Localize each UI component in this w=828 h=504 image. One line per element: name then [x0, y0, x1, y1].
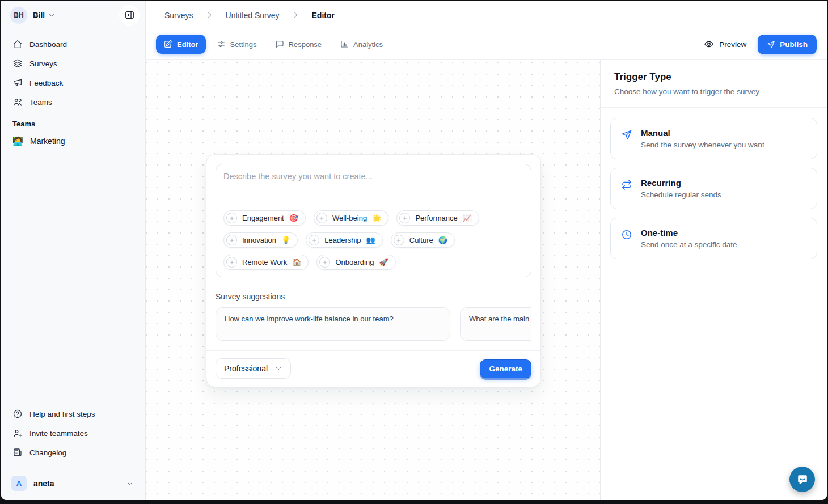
- chat-launcher-button[interactable]: [789, 467, 815, 492]
- suggestions-row: How can we improve work-life balance in …: [216, 307, 531, 341]
- help-icon: [12, 409, 23, 419]
- app-window: BH Bill Dashboard Surveys Feedback: [1, 1, 827, 500]
- chat-bubble-icon: [275, 40, 284, 49]
- tab[interactable]: Settings: [209, 35, 264, 54]
- sidebar-footer-item[interactable]: Invite teammates: [8, 423, 138, 443]
- sidebar-footer-label: Invite teammates: [29, 429, 88, 438]
- tone-select[interactable]: Professional: [216, 358, 291, 379]
- breadcrumb-untitled-survey[interactable]: Untitled Survey: [226, 11, 280, 20]
- user-avatar[interactable]: BH: [10, 7, 27, 24]
- sidebar-item-label: Dashboard: [29, 40, 67, 49]
- topic-chips: Engagement 🎯 Well-being 🌟 Performance: [223, 210, 523, 270]
- tab-label: Analytics: [353, 40, 383, 49]
- topic-chip[interactable]: Innovation 💡: [223, 232, 298, 248]
- trigger-panel: Trigger Type Choose how you want to trig…: [600, 60, 827, 500]
- teams-section-title: Teams: [1, 112, 145, 132]
- trigger-option-card[interactable]: One-time Send once at a specific date: [610, 218, 817, 259]
- chip-label: Remote Work: [242, 258, 287, 266]
- trigger-panel-title: Trigger Type: [614, 71, 813, 83]
- chip-label: Well-being: [332, 214, 367, 222]
- team-emoji: 🧑‍💻: [12, 136, 23, 146]
- workspace-name: aneta: [33, 479, 54, 488]
- sidebar-footer-nav: Help and first steps Invite teammates Ch…: [8, 404, 138, 462]
- edit-icon: [163, 40, 172, 49]
- panel-collapse-icon: [124, 10, 135, 20]
- chip-emoji: 🌟: [372, 214, 381, 222]
- tab[interactable]: Response: [268, 35, 329, 54]
- sidebar-footer-item[interactable]: Help and first steps: [8, 404, 138, 423]
- survey-description-input[interactable]: [223, 172, 523, 210]
- suggestion-text: How can we improve work-life balance in …: [225, 315, 394, 323]
- tab-label: Editor: [177, 40, 198, 49]
- composer-footer: Professional Generate: [206, 350, 540, 387]
- home-icon: [12, 39, 23, 49]
- trigger-option-card[interactable]: Recurring Schedule regular sends: [610, 168, 817, 209]
- chevron-down-icon[interactable]: [48, 11, 56, 19]
- workspace: Engagement 🎯 Well-being 🌟 Performance: [146, 60, 827, 500]
- user-name[interactable]: Bill: [33, 11, 45, 19]
- sidebar-item-label: Surveys: [29, 60, 57, 68]
- trigger-option-title: Recurring: [641, 178, 721, 188]
- megaphone-icon: [12, 78, 23, 88]
- topic-chip[interactable]: Leadership 👥: [306, 232, 383, 248]
- chip-label: Culture: [409, 236, 433, 244]
- sidebar-footer-item[interactable]: Changelog: [8, 443, 138, 462]
- breadcrumb-surveys[interactable]: Surveys: [164, 11, 193, 20]
- plus-icon: [399, 213, 410, 223]
- workspace-avatar: A: [11, 476, 27, 491]
- plus-icon: [226, 235, 237, 245]
- toolbar: Editor Settings Response Analytics Previ…: [146, 29, 827, 60]
- teams-list: 🧑‍💻 Marketing: [1, 132, 145, 151]
- chat-bubble-smile-icon: [796, 473, 809, 486]
- team-item[interactable]: 🧑‍💻 Marketing: [1, 132, 145, 151]
- sliders-icon: [217, 40, 226, 49]
- sidebar-nav: Dashboard Surveys Feedback Teams: [1, 29, 145, 112]
- plus-icon: [309, 235, 319, 245]
- chip-label: Engagement: [242, 214, 284, 222]
- topic-chip[interactable]: Onboarding 🚀: [316, 255, 395, 270]
- sidebar-header: BH Bill: [1, 1, 145, 29]
- repeat-icon: [621, 179, 632, 190]
- trigger-option-title: Manual: [641, 128, 764, 138]
- sidebar: BH Bill Dashboard Surveys Feedback: [1, 1, 146, 500]
- sidebar-nav-item[interactable]: Dashboard: [8, 35, 138, 54]
- trigger-option-card[interactable]: Manual Send the survey whenever you want: [610, 118, 817, 159]
- trigger-option-description: Send the survey whenever you want: [641, 141, 764, 149]
- topic-chip[interactable]: Engagement 🎯: [223, 210, 306, 226]
- trigger-panel-header: Trigger Type Choose how you want to trig…: [601, 60, 827, 108]
- topic-chip[interactable]: Well-being 🌟: [314, 210, 388, 226]
- users-icon: [12, 97, 23, 107]
- suggestion-card[interactable]: What are the main ob: [460, 307, 531, 341]
- toolbar-actions: Preview Publish: [704, 35, 817, 54]
- eye-icon: [704, 39, 714, 49]
- publish-button[interactable]: Publish: [758, 35, 817, 54]
- trigger-option-description: Schedule regular sends: [641, 190, 721, 199]
- plus-icon: [319, 257, 330, 268]
- chip-emoji: 🏠: [292, 258, 301, 266]
- sidebar-nav-item[interactable]: Surveys: [8, 54, 138, 73]
- tab[interactable]: Analytics: [332, 35, 390, 54]
- publish-label: Publish: [780, 40, 808, 49]
- suggestion-card[interactable]: How can we improve work-life balance in …: [216, 307, 450, 341]
- sidebar-nav-item[interactable]: Teams: [8, 92, 138, 112]
- topic-chip[interactable]: Remote Work 🏠: [223, 255, 309, 270]
- sidebar-nav-item[interactable]: Feedback: [8, 73, 138, 92]
- topic-chip[interactable]: Performance 📈: [396, 210, 479, 226]
- bar-chart-icon: [340, 40, 349, 49]
- tone-selected-value: Professional: [224, 364, 268, 373]
- send-icon: [621, 129, 632, 141]
- sidebar-footer-label: Changelog: [29, 448, 66, 457]
- chip-emoji: 🎯: [289, 214, 298, 222]
- topic-chip[interactable]: Culture 🌍: [391, 232, 455, 248]
- plus-icon: [316, 213, 327, 223]
- tab-label: Response: [289, 40, 322, 49]
- workspace-switcher[interactable]: A aneta: [1, 468, 145, 495]
- tab[interactable]: Editor: [156, 35, 206, 54]
- plus-icon: [226, 257, 237, 268]
- editor-canvas[interactable]: Engagement 🎯 Well-being 🌟 Performance: [146, 60, 600, 500]
- generate-button[interactable]: Generate: [480, 359, 531, 378]
- collapse-sidebar-button[interactable]: [119, 5, 140, 26]
- chip-label: Performance: [415, 214, 457, 222]
- chip-emoji: 👥: [366, 236, 375, 244]
- preview-button[interactable]: Preview: [704, 39, 746, 49]
